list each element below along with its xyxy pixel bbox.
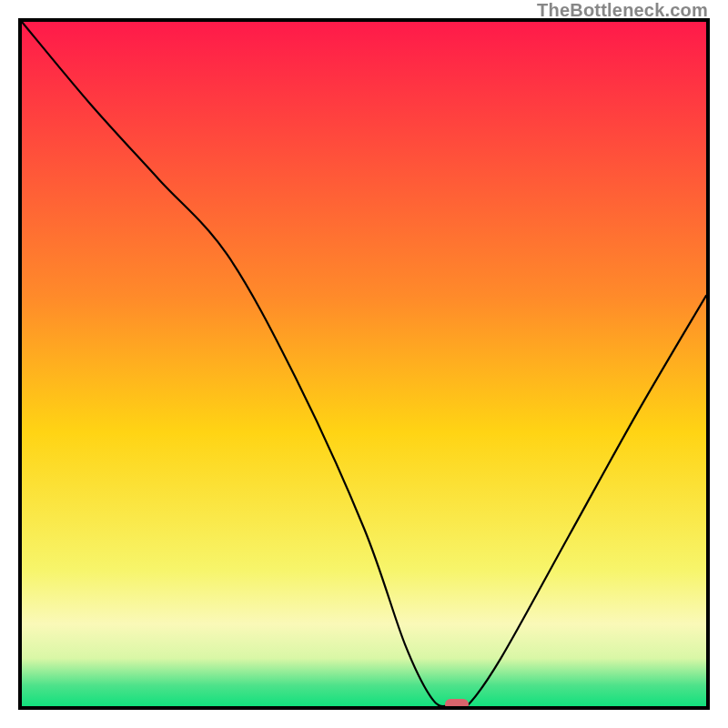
- minimum-marker: [445, 699, 469, 710]
- curve-layer: [22, 22, 706, 706]
- plot-area: [18, 18, 710, 710]
- bottleneck-curve: [22, 22, 706, 706]
- chart-container: TheBottleneck.com: [0, 0, 728, 728]
